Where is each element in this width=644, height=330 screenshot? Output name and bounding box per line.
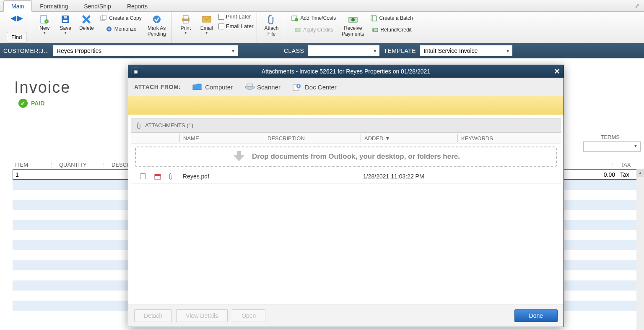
col-quantity: QUANTITY [57,162,99,168]
apply-credits-button: Apply Credits [289,25,338,34]
svg-rect-26 [298,85,299,87]
file-name: Reyes.pdf [179,173,263,180]
terms-select[interactable]: ▼ [583,141,641,152]
page-title: Invoice [14,79,70,97]
detach-button: Detach [134,309,172,322]
col-item: ITEM [13,162,46,168]
time-costs-icon [291,14,299,22]
svg-point-15 [295,18,298,21]
attach-from-label: ATTACH FROM: [134,84,181,90]
paperclip-icon [137,122,142,129]
receive-payments-icon [348,14,358,24]
svg-rect-11 [183,16,188,19]
attachments-column-header: NAME DESCRIPTION ADDED ▼ KEYWORDS [131,132,561,144]
create-batch-button[interactable]: Create a Batch [369,13,415,23]
copy-icon [100,14,107,22]
col-added[interactable]: ADDED ▼ [361,135,457,141]
save-button[interactable]: Save▼ [56,13,75,36]
download-arrow-icon [232,150,246,163]
doc-center-icon [292,83,301,91]
svg-rect-23 [247,84,253,86]
attach-from-bar: ATTACH FROM: Computer Scanner Doc Center [128,78,564,96]
col-name[interactable]: NAME [180,135,264,141]
svg-rect-4 [63,20,68,22]
new-button[interactable]: + New▼ [35,13,54,36]
attach-doc-center-button[interactable]: Doc Center [292,83,337,91]
refund-icon [371,26,379,34]
row-checkbox[interactable] [140,173,146,179]
paid-badge: ✓ PAID [18,99,44,108]
file-added: 1/28/2021 11:03:22 PM [360,173,456,180]
ribbon-tabs: Main Formatting Send/Ship Reports ⤢ [0,0,644,12]
attach-computer-button[interactable]: Computer [192,83,233,91]
svg-rect-12 [183,21,188,23]
svg-rect-5 [64,16,67,18]
tab-main[interactable]: Main [3,0,32,12]
drop-zone[interactable]: Drop documents from Outlook, your deskto… [135,147,557,167]
svg-point-18 [351,18,355,21]
email-button[interactable]: Email▼ [197,13,216,36]
attach-scanner-button[interactable]: Scanner [244,83,280,91]
done-button[interactable]: Done [514,309,558,322]
dialog-titlebar: ▣ Attachments - Invoice 52621 for Reyes … [128,65,564,78]
check-icon: ✓ [18,99,28,108]
pin-icon[interactable]: ▣ [132,68,139,75]
print-button[interactable]: Print▼ [177,13,195,36]
attachments-dialog: ▣ Attachments - Invoice 52621 for Reyes … [128,65,564,327]
svg-rect-7 [102,15,106,20]
tab-reports[interactable]: Reports [119,0,156,11]
find-button[interactable]: Find [7,32,26,42]
customer-label: CUSTOMER:J... [3,47,49,54]
dialog-footer: Detach View Details Open Done [128,304,564,327]
svg-rect-28 [155,174,161,176]
nav-next-icon[interactable]: ▶ [17,13,23,23]
attachment-row[interactable]: Reyes.pdf 1/28/2021 11:03:22 PM [131,169,561,183]
attach-file-button[interactable]: Attach File [262,13,280,38]
svg-text:+: + [46,20,48,24]
mark-pending-button[interactable]: Mark As Pending [146,13,168,38]
batch-icon [370,14,378,22]
scrollbar[interactable]: ▲ [636,169,644,330]
tab-send-ship[interactable]: Send/Ship [76,0,119,11]
col-tax: TAX [618,162,641,168]
svg-rect-20 [372,16,377,21]
email-later-checkbox[interactable]: Email Later [218,23,254,29]
save-icon [60,14,70,24]
calendar-icon [151,173,165,180]
template-label: TEMPLATE [384,47,416,54]
ribbon: ◀ ▶ Find + New▼ Save▼ Delete Create a Co… [0,12,644,43]
dialog-title: Attachments - Invoice 52621 for Reyes Pr… [262,68,430,75]
receive-payments-button[interactable]: Receive Payments [340,13,366,38]
class-select[interactable]: ▼ [308,45,379,56]
window-resize-icon[interactable]: ⤢ [635,3,640,9]
folder-icon [192,83,202,91]
nav-prev-icon[interactable]: ◀ [10,13,16,23]
print-icon [181,14,191,24]
customer-class-bar: CUSTOMER:J... Reyes Properties▼ CLASS ▼ … [0,43,644,58]
credits-icon [294,26,301,34]
tab-formatting[interactable]: Formatting [32,0,76,11]
class-label: CLASS [284,47,304,54]
print-later-checkbox[interactable]: Print Later [218,13,254,20]
paperclip-icon [266,14,276,24]
customer-select[interactable]: Reyes Properties▼ [53,45,238,56]
pending-icon [152,14,162,24]
add-time-costs-button[interactable]: Add Time/Costs [289,13,338,23]
create-copy-button[interactable]: Create a Copy [98,13,143,23]
delete-icon [81,14,91,24]
memorize-icon [105,25,113,33]
svg-rect-16 [295,28,300,31]
col-keywords[interactable]: KEYWORDS [458,135,561,141]
memorize-button[interactable]: Memorize [98,24,143,34]
attachments-section-header: ATTACHMENTS (1) [131,118,561,132]
col-description[interactable]: DESCRIPTION [264,135,361,141]
delete-button[interactable]: Delete [77,13,96,32]
paperclip-icon [165,173,179,180]
email-icon [202,14,212,24]
refund-credit-button[interactable]: Refund/Credit [369,25,415,34]
svg-point-9 [153,16,161,23]
close-icon[interactable]: ✕ [554,67,560,76]
scroll-up-icon[interactable]: ▲ [636,169,644,177]
template-select[interactable]: Intuit Service Invoice▼ [420,45,512,56]
scanner-icon [244,83,254,91]
